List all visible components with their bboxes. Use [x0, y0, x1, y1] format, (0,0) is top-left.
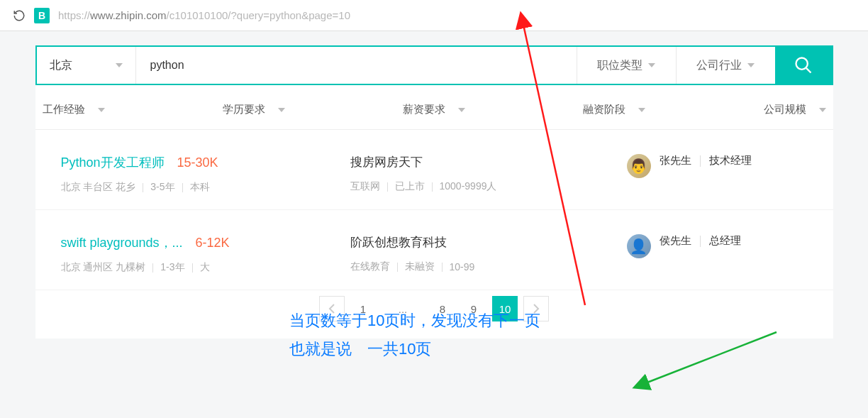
site-badge-icon: B [34, 8, 50, 23]
company-meta: 互联网 已上市 1000-9999人 [350, 180, 607, 193]
refresh-icon[interactable] [13, 9, 26, 22]
industry-select[interactable]: 公司行业 [676, 47, 775, 84]
chevron-down-icon [278, 108, 285, 112]
svg-line-3 [645, 332, 777, 383]
search-icon [794, 55, 813, 75]
hr-title: 技术经理 [709, 154, 752, 167]
page-8-button[interactable]: 8 [430, 296, 455, 321]
chevron-down-icon [819, 108, 826, 112]
filter-scale[interactable]: 公司规模 [764, 103, 826, 116]
filter-finance[interactable]: 融资阶段 [583, 103, 645, 116]
job-type-select[interactable]: 职位类型 [577, 47, 676, 84]
hr-name: 侯先生 [660, 234, 691, 248]
job-title[interactable]: swift playgrounds，... [61, 234, 183, 251]
job-title[interactable]: Python开发工程师 [61, 154, 165, 171]
company-name[interactable]: 阶跃创想教育科技 [350, 234, 607, 251]
city-select[interactable]: 北京 [37, 47, 136, 84]
chevron-down-icon [638, 108, 645, 112]
svg-line-1 [806, 68, 811, 72]
job-card[interactable]: Python开发工程师 15-30K 北京 丰台区 花乡 3-5年 本科 搜房网… [35, 130, 833, 210]
page-next-button[interactable] [523, 296, 549, 321]
search-bar: 北京 职位类型 公司行业 [35, 45, 833, 85]
avatar: 👤 [627, 234, 651, 258]
hr-title: 总经理 [709, 234, 741, 248]
pagination: 1 ... 8 9 10 [35, 290, 833, 331]
page-9-button[interactable]: 9 [461, 296, 486, 321]
page-10-button[interactable]: 10 [492, 296, 518, 321]
svg-point-0 [796, 58, 807, 70]
filter-tabs: 工作经验 学历要求 薪资要求 融资阶段 公司规模 [35, 85, 833, 130]
company-name[interactable]: 搜房网房天下 [350, 154, 607, 170]
job-meta: 北京 通州区 九棵树 1-3年 大 [61, 261, 330, 274]
page-prev-button[interactable] [319, 296, 345, 321]
chevron-down-icon [648, 63, 655, 67]
job-card[interactable]: swift playgrounds，... 6-12K 北京 通州区 九棵树 1… [35, 210, 833, 290]
url-text[interactable]: https://www.zhipin.com/c101010100/?query… [58, 9, 855, 21]
search-button[interactable] [775, 47, 832, 84]
job-salary: 15-30K [177, 155, 218, 170]
browser-address-bar: B https://www.zhipin.com/c101010100/?que… [0, 0, 868, 31]
search-input[interactable] [136, 47, 577, 84]
filter-experience[interactable]: 工作经验 [43, 103, 105, 116]
page-content: 北京 职位类型 公司行业 工作经验 学历要求 薪资要求 融资阶段 公司规模 Py… [35, 45, 833, 339]
avatar: 👨 [627, 154, 651, 178]
page-1-button[interactable]: 1 [350, 296, 376, 321]
chevron-down-icon [98, 108, 105, 112]
chevron-down-icon [747, 63, 755, 67]
hr-name: 张先生 [660, 154, 691, 167]
company-meta: 在线教育 未融资 10-99 [350, 260, 607, 273]
page-dots: ... [382, 296, 424, 321]
job-meta: 北京 丰台区 花乡 3-5年 本科 [61, 181, 330, 194]
job-salary: 6-12K [196, 236, 230, 251]
chevron-down-icon [458, 108, 465, 112]
city-label: 北京 [50, 58, 72, 73]
chevron-down-icon [116, 63, 123, 67]
filter-education[interactable]: 学历要求 [223, 103, 285, 116]
filter-salary[interactable]: 薪资要求 [403, 103, 465, 116]
